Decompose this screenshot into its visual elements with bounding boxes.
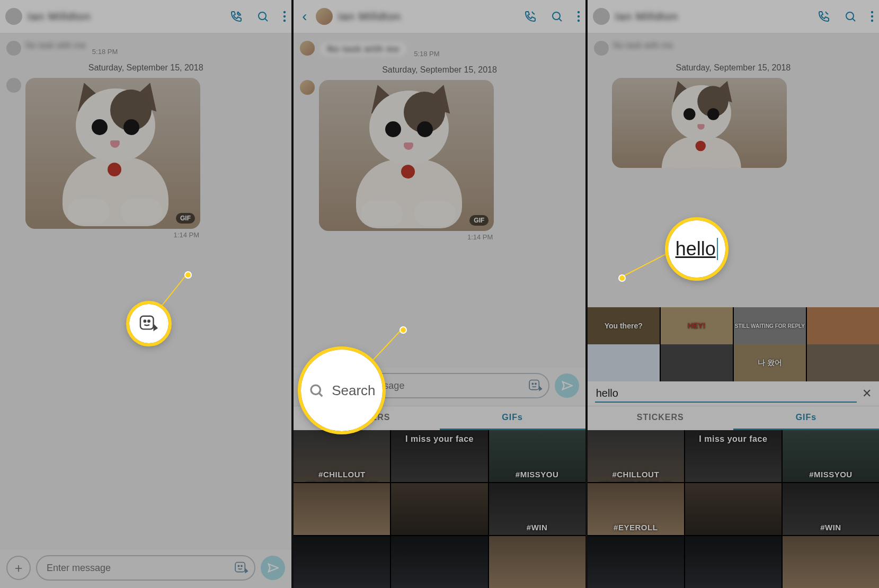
contact-name: Ian Milldton: [615, 10, 812, 23]
composer: ＋: [0, 550, 291, 588]
gif-cell[interactable]: [685, 483, 782, 535]
gif-suggestion[interactable]: STILL WAITING FOR REPLY: [734, 307, 806, 344]
search-icon[interactable]: [256, 10, 269, 23]
gif-cell[interactable]: [588, 536, 684, 588]
gif-cell[interactable]: [783, 536, 879, 588]
gif-message[interactable]: GIF: [25, 78, 200, 229]
picker-tabs: STICKERS GIFs: [588, 406, 879, 430]
gif-suggestion[interactable]: You there?: [588, 307, 660, 344]
gif-suggestion[interactable]: 나 왔어: [734, 344, 806, 381]
gif-search-row: ✕: [588, 381, 879, 406]
avatar: [316, 8, 333, 25]
message-time: 5:18 PM: [92, 48, 118, 56]
tab-gifs[interactable]: GIFs: [733, 406, 879, 430]
conversation-body: No task with me Saturday, September 15, …: [588, 33, 879, 307]
callout-sticker-button: [129, 304, 168, 343]
gif-suggestion[interactable]: [807, 307, 879, 344]
svg-point-1: [283, 11, 286, 13]
gif-suggestion[interactable]: HEY!: [661, 307, 733, 344]
call-icon[interactable]: [818, 10, 830, 23]
gif-suggestion[interactable]: [661, 344, 733, 381]
attach-button[interactable]: ＋: [6, 556, 31, 580]
conversation-body: No task with me 5:18 PM Saturday, Septem…: [294, 33, 585, 368]
callout-search-hello: hello: [668, 220, 725, 278]
gif-suggestion-row: 나 왔어: [588, 344, 879, 381]
svg-rect-4: [235, 563, 245, 572]
call-icon[interactable]: [230, 10, 243, 23]
gif-cell[interactable]: I miss your face: [391, 430, 487, 482]
gif-cell[interactable]: #EYEROLL: [588, 483, 684, 535]
svg-point-2: [283, 15, 286, 17]
gif-cell[interactable]: [294, 483, 390, 535]
send-button[interactable]: [261, 556, 285, 580]
gif-suggestion-row: You there? HEY! STILL WAITING FOR REPLY: [588, 307, 879, 344]
svg-point-20: [311, 385, 321, 395]
search-icon[interactable]: [844, 10, 857, 23]
callout-label: hello: [676, 238, 718, 260]
svg-rect-15: [529, 380, 539, 390]
search-icon[interactable]: [551, 10, 563, 23]
more-icon[interactable]: [283, 10, 286, 23]
svg-point-3: [283, 20, 286, 22]
message-text: No task with me: [25, 41, 86, 50]
gif-message[interactable]: [612, 78, 787, 168]
gif-suggestion[interactable]: [807, 344, 879, 381]
contact-name: Ian Milldton: [28, 10, 225, 23]
date-separator: Saturday, September 15, 2018: [594, 63, 873, 73]
gif-badge: GIF: [469, 215, 489, 226]
gif-suggestion[interactable]: [588, 344, 660, 381]
svg-point-6: [241, 565, 242, 566]
more-icon[interactable]: [871, 10, 874, 23]
gif-cell[interactable]: #MISSYOU: [783, 430, 879, 482]
sticker-gif-button[interactable]: [234, 560, 249, 575]
gif-cell[interactable]: I miss your face: [685, 430, 782, 482]
callout-gif-search: Search: [301, 350, 383, 431]
svg-point-16: [532, 383, 533, 384]
gif-cell[interactable]: #MISSYOU: [489, 430, 585, 482]
clear-search-button[interactable]: ✕: [862, 387, 872, 400]
svg-point-9: [144, 320, 146, 322]
gif-cell[interactable]: #WIN: [783, 483, 879, 535]
message-input-wrap: [36, 555, 255, 581]
gif-cell[interactable]: [391, 536, 487, 588]
contact-name: Ian Milldton: [338, 10, 519, 23]
message-text: No task with me: [319, 41, 407, 58]
message-time: 1:14 PM: [319, 233, 493, 241]
conversation-body: No task with me 5:18 PM Saturday, Septem…: [0, 33, 291, 550]
avatar: [5, 8, 22, 25]
gif-cell[interactable]: [489, 536, 585, 588]
gif-cell[interactable]: [391, 483, 487, 535]
message-input[interactable]: [46, 562, 229, 574]
svg-point-22: [871, 11, 873, 13]
date-separator: Saturday, September 15, 2018: [6, 63, 285, 73]
avatar: [594, 41, 609, 56]
svg-point-21: [846, 12, 854, 20]
gif-search-input[interactable]: [595, 385, 857, 403]
gif-cell[interactable]: [685, 536, 782, 588]
gif-badge: GIF: [176, 213, 195, 224]
gif-cell[interactable]: #WIN: [489, 483, 585, 535]
gif-cell[interactable]: [294, 536, 390, 588]
svg-rect-8: [140, 316, 154, 329]
topbar: Ian Milldton: [588, 0, 879, 33]
phone-screen-1: Ian Milldton No task with me 5:18 PM Sat…: [0, 0, 291, 588]
send-button[interactable]: [555, 373, 579, 398]
svg-point-10: [148, 320, 149, 322]
gif-cell[interactable]: #CHILLOUTYOU NEED TO RELAX: [294, 430, 390, 482]
gif-cell[interactable]: #CHILLOUTYOU NEED TO RELAX: [588, 430, 684, 482]
gif-message[interactable]: GIF: [319, 80, 494, 231]
more-icon[interactable]: [577, 10, 580, 23]
topbar: Ian Milldton: [0, 0, 291, 33]
call-icon[interactable]: [524, 10, 537, 23]
back-button[interactable]: ‹: [299, 8, 310, 25]
tab-stickers[interactable]: STICKERS: [588, 406, 733, 430]
sticker-gif-button[interactable]: [528, 378, 543, 393]
date-separator: Saturday, September 15, 2018: [300, 65, 579, 75]
avatar: [593, 8, 610, 25]
message-text: No task with me: [613, 41, 673, 50]
avatar: [6, 78, 21, 93]
svg-point-23: [871, 15, 873, 17]
tab-gifs[interactable]: GIFs: [440, 406, 585, 430]
avatar: [300, 41, 315, 56]
svg-point-14: [577, 20, 579, 22]
